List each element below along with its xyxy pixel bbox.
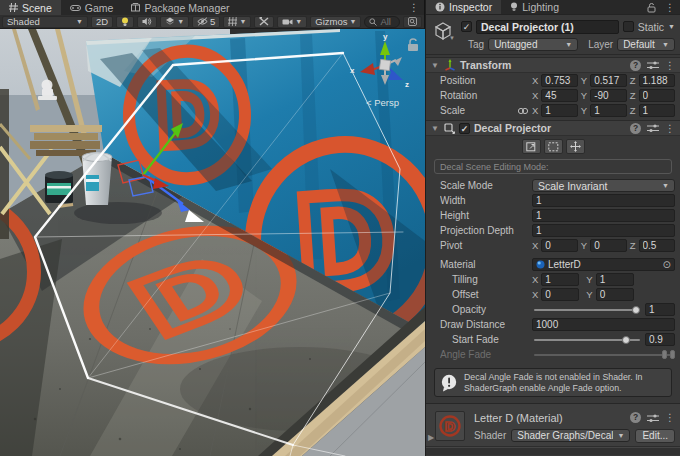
axis-x-label: x (350, 66, 355, 75)
rotation-x-input[interactable] (541, 89, 578, 102)
pivot-z-input[interactable] (639, 239, 676, 252)
component-enabled-checkbox[interactable]: ✓ (459, 123, 470, 134)
pivot-y-input[interactable] (590, 239, 627, 252)
static-checkbox[interactable] (623, 21, 634, 32)
position-z-input[interactable] (639, 74, 676, 87)
scale-x-input[interactable] (541, 104, 578, 117)
scale-mode-dropdown[interactable]: Scale Invariant ▼ (532, 179, 675, 192)
gizmos-dropdown[interactable]: Gizmos ▼ (310, 16, 361, 28)
decal-editing-mode-box: Decal Scene Editing Mode: (434, 159, 672, 174)
angle-fade-minmax-slider[interactable] (532, 348, 675, 361)
active-checkbox[interactable]: ✓ (461, 21, 472, 32)
tilling-x-input[interactable] (541, 273, 579, 286)
material-section-header[interactable]: D ▶ Letter D (Material) ? ⋮ Shader Shade… (426, 403, 680, 447)
opacity-input[interactable] (645, 303, 675, 316)
scale-z-input[interactable] (639, 104, 676, 117)
static-dropdown-icon[interactable]: ▼ (668, 23, 675, 30)
height-input[interactable] (532, 209, 675, 222)
scene-effects-dropdown[interactable]: ▼ (160, 16, 189, 28)
foldout-icon[interactable]: ▶ (428, 433, 434, 442)
tilling-y-input[interactable] (596, 273, 634, 286)
presets-icon[interactable] (647, 413, 659, 423)
gameobject-name-input[interactable] (476, 20, 619, 34)
inspector-pane: Inspector Lighting ⋮ ▼ ✓ (426, 0, 680, 456)
link-icon[interactable] (517, 106, 529, 116)
tab-package-manager[interactable]: Package Manager (122, 0, 238, 15)
lock-icon[interactable] (646, 2, 657, 13)
height-row: Height (426, 208, 680, 223)
presets-icon[interactable] (647, 123, 659, 133)
help-icon[interactable]: ? (630, 123, 641, 134)
width-input[interactable] (532, 194, 675, 207)
gizmos-label: Gizmos (315, 16, 347, 27)
scale-mode-label: Scale Mode (440, 180, 529, 191)
opacity-label: Opacity (440, 304, 529, 315)
scene-lighting-toggle[interactable] (116, 16, 134, 28)
persp-label[interactable]: < Persp (366, 97, 399, 108)
foldout-icon[interactable]: ▼ (431, 124, 440, 133)
rotation-y-input[interactable] (590, 89, 627, 102)
offset-x-input[interactable] (541, 288, 579, 301)
material-thumbnail[interactable]: D (435, 411, 465, 441)
lightbulb-icon (121, 17, 129, 27)
help-icon[interactable]: ? (630, 60, 641, 71)
scene-tools-button[interactable] (254, 16, 274, 28)
more-menu-icon[interactable]: ⋮ (665, 412, 675, 423)
material-object-field[interactable]: LetterD ⊙ (532, 258, 675, 271)
position-x-input[interactable] (541, 74, 578, 87)
scene-grid-dropdown[interactable]: ▼ (223, 16, 251, 28)
scene-search-input[interactable] (380, 16, 395, 27)
tab-scene[interactable]: Scene (0, 0, 61, 15)
projection-depth-row: Projection Depth (426, 223, 680, 238)
tab-inspector[interactable]: Inspector (426, 0, 501, 14)
more-menu-icon[interactable]: ⋮ (665, 123, 675, 134)
speaker-icon (142, 17, 152, 26)
object-picker-icon[interactable]: ⊙ (663, 259, 671, 270)
crop-edit-mode-button[interactable] (544, 139, 563, 154)
axis-x: X (532, 75, 538, 86)
axis-z: Z (630, 105, 636, 116)
tag-dropdown[interactable]: Untagged ▼ (488, 38, 578, 51)
foldout-icon[interactable]: ▼ (431, 61, 440, 70)
scene-camera-dropdown[interactable]: ▼ (277, 16, 307, 28)
chevron-down-icon: ▼ (617, 432, 624, 439)
scene-search-field[interactable] (364, 16, 400, 28)
hidden-objects-button[interactable]: 5 (192, 16, 220, 28)
pivot-edit-mode-button[interactable] (566, 139, 585, 154)
draw-distance-input[interactable] (532, 318, 675, 331)
chevron-down-icon: ▼ (662, 182, 669, 189)
scale-y-input[interactable] (590, 104, 627, 117)
rotation-z-input[interactable] (639, 89, 676, 102)
offset-y-input[interactable] (596, 288, 634, 301)
start-fade-slider[interactable] (532, 333, 642, 346)
transform-header[interactable]: ▼ Transform ? ⋮ (426, 57, 680, 73)
scene-viewport[interactable]: D D (0, 29, 425, 456)
decal-projector-header[interactable]: ▼ ✓ Decal Projector ? ⋮ (426, 120, 680, 136)
shading-mode-dropdown[interactable]: Shaded ▼ (2, 16, 88, 28)
tab-game[interactable]: Game (61, 0, 123, 15)
position-y-input[interactable] (590, 74, 627, 87)
tab-lighting[interactable]: Lighting (501, 0, 568, 14)
help-icon[interactable]: ? (630, 412, 641, 423)
toggle-2d-button[interactable]: 2D (91, 16, 113, 28)
search-window-button[interactable] (403, 16, 422, 28)
presets-icon[interactable] (647, 60, 659, 70)
scale-edit-mode-button[interactable] (522, 139, 541, 154)
shader-dropdown[interactable]: Shader Graphs/Decal ▼ (511, 429, 630, 442)
opacity-slider[interactable] (532, 303, 642, 316)
start-fade-input[interactable] (645, 333, 675, 346)
layer-dropdown[interactable]: Default ▼ (617, 38, 675, 51)
pivot-x-input[interactable] (541, 239, 578, 252)
rotation-row: Rotation X Y Z (426, 88, 680, 103)
camera-icon (282, 18, 293, 26)
chevron-down-icon[interactable]: ▼ (449, 35, 455, 41)
more-menu-icon[interactable]: ⋮ (665, 60, 675, 71)
inspector-menu-icon[interactable]: ⋮ (660, 0, 680, 14)
scene-pane-menu-icon[interactable]: ⋮ (404, 0, 424, 15)
projection-depth-input[interactable] (532, 224, 675, 237)
draw-distance-row: Draw Distance (426, 317, 680, 332)
axis-z: Z (630, 75, 636, 86)
axis-y: Y (581, 240, 587, 251)
scene-audio-toggle[interactable] (137, 16, 157, 28)
shader-edit-button[interactable]: Edit... (635, 429, 675, 443)
